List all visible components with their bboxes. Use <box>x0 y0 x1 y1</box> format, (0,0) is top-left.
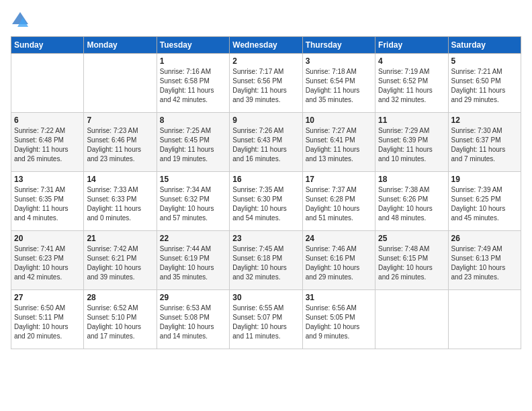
day-number: 14 <box>87 175 153 184</box>
day-info: Sunrise: 7:16 AM Sunset: 6:58 PM Dayligh… <box>160 67 226 105</box>
day-info: Sunrise: 7:25 AM Sunset: 6:45 PM Dayligh… <box>160 126 226 164</box>
col-tuesday: Tuesday <box>157 37 229 54</box>
day-info: Sunrise: 7:46 AM Sunset: 6:16 PM Dayligh… <box>306 244 372 282</box>
day-number: 2 <box>232 56 299 66</box>
calendar-cell: 6Sunrise: 7:22 AM Sunset: 6:48 PM Daylig… <box>11 113 84 172</box>
day-info: Sunrise: 7:23 AM Sunset: 6:46 PM Dayligh… <box>87 126 153 164</box>
calendar-cell: 31Sunrise: 6:56 AM Sunset: 5:05 PM Dayli… <box>302 290 375 349</box>
day-number: 10 <box>306 116 372 125</box>
day-info: Sunrise: 7:41 AM Sunset: 6:23 PM Dayligh… <box>14 244 81 282</box>
calendar-cell <box>11 54 84 113</box>
day-info: Sunrise: 6:56 AM Sunset: 5:05 PM Dayligh… <box>306 304 372 341</box>
day-number: 7 <box>87 116 153 125</box>
calendar-cell: 28Sunrise: 6:52 AM Sunset: 5:10 PM Dayli… <box>84 290 157 349</box>
day-info: Sunrise: 7:26 AM Sunset: 6:43 PM Dayligh… <box>232 126 299 164</box>
day-number: 26 <box>451 234 518 243</box>
page-header <box>11 11 521 30</box>
day-info: Sunrise: 7:44 AM Sunset: 6:19 PM Dayligh… <box>160 244 226 282</box>
calendar-cell: 18Sunrise: 7:38 AM Sunset: 6:26 PM Dayli… <box>375 172 448 231</box>
day-info: Sunrise: 7:33 AM Sunset: 6:33 PM Dayligh… <box>87 185 153 223</box>
calendar-cell: 2Sunrise: 7:17 AM Sunset: 6:56 PM Daylig… <box>230 54 302 113</box>
calendar-cell <box>84 54 157 113</box>
calendar-cell: 15Sunrise: 7:34 AM Sunset: 6:32 PM Dayli… <box>157 172 229 231</box>
calendar-cell: 27Sunrise: 6:50 AM Sunset: 5:11 PM Dayli… <box>11 290 84 349</box>
col-wednesday: Wednesday <box>230 37 302 54</box>
col-monday: Monday <box>84 37 157 54</box>
calendar-cell: 26Sunrise: 7:49 AM Sunset: 6:13 PM Dayli… <box>448 231 521 290</box>
day-number: 15 <box>160 175 226 184</box>
calendar-cell <box>448 290 521 349</box>
day-number: 16 <box>232 175 299 184</box>
day-info: Sunrise: 6:53 AM Sunset: 5:08 PM Dayligh… <box>160 304 226 341</box>
day-info: Sunrise: 7:45 AM Sunset: 6:18 PM Dayligh… <box>232 244 299 282</box>
calendar-header-row: Sunday Monday Tuesday Wednesday Thursday… <box>11 37 521 54</box>
day-number: 24 <box>306 234 372 243</box>
day-info: Sunrise: 7:27 AM Sunset: 6:41 PM Dayligh… <box>306 126 372 164</box>
calendar-cell: 19Sunrise: 7:39 AM Sunset: 6:25 PM Dayli… <box>448 172 521 231</box>
day-number: 6 <box>14 116 81 125</box>
calendar-row-4: 20Sunrise: 7:41 AM Sunset: 6:23 PM Dayli… <box>11 231 521 290</box>
calendar-cell: 30Sunrise: 6:55 AM Sunset: 5:07 PM Dayli… <box>230 290 302 349</box>
calendar-cell: 22Sunrise: 7:44 AM Sunset: 6:19 PM Dayli… <box>157 231 229 290</box>
day-info: Sunrise: 7:18 AM Sunset: 6:54 PM Dayligh… <box>306 67 372 105</box>
day-number: 31 <box>306 293 372 302</box>
day-number: 28 <box>87 293 153 302</box>
day-number: 8 <box>160 116 226 125</box>
day-number: 29 <box>160 293 226 302</box>
day-number: 23 <box>232 234 299 243</box>
day-info: Sunrise: 7:19 AM Sunset: 6:52 PM Dayligh… <box>378 67 445 105</box>
calendar-row-1: 1Sunrise: 7:16 AM Sunset: 6:58 PM Daylig… <box>11 54 521 113</box>
day-info: Sunrise: 7:39 AM Sunset: 6:25 PM Dayligh… <box>451 185 518 223</box>
col-saturday: Saturday <box>448 37 521 54</box>
calendar-cell: 12Sunrise: 7:30 AM Sunset: 6:37 PM Dayli… <box>448 113 521 172</box>
day-info: Sunrise: 7:17 AM Sunset: 6:56 PM Dayligh… <box>232 67 299 105</box>
day-number: 5 <box>451 56 518 66</box>
logo-icon <box>11 11 30 30</box>
day-info: Sunrise: 6:52 AM Sunset: 5:10 PM Dayligh… <box>87 304 153 341</box>
calendar-cell: 23Sunrise: 7:45 AM Sunset: 6:18 PM Dayli… <box>230 231 302 290</box>
day-number: 1 <box>160 56 226 66</box>
day-number: 9 <box>232 116 299 125</box>
day-number: 13 <box>14 175 81 184</box>
calendar-cell: 3Sunrise: 7:18 AM Sunset: 6:54 PM Daylig… <box>302 54 375 113</box>
calendar-table: Sunday Monday Tuesday Wednesday Thursday… <box>11 36 521 349</box>
calendar-row-2: 6Sunrise: 7:22 AM Sunset: 6:48 PM Daylig… <box>11 113 521 172</box>
day-info: Sunrise: 7:48 AM Sunset: 6:15 PM Dayligh… <box>378 244 445 282</box>
day-number: 21 <box>87 234 153 243</box>
day-number: 12 <box>451 116 518 125</box>
day-number: 25 <box>378 234 445 243</box>
calendar-row-3: 13Sunrise: 7:31 AM Sunset: 6:35 PM Dayli… <box>11 172 521 231</box>
calendar-cell: 1Sunrise: 7:16 AM Sunset: 6:58 PM Daylig… <box>157 54 229 113</box>
day-number: 18 <box>378 175 445 184</box>
calendar-cell: 11Sunrise: 7:29 AM Sunset: 6:39 PM Dayli… <box>375 113 448 172</box>
day-number: 20 <box>14 234 81 243</box>
logo <box>11 11 32 30</box>
day-info: Sunrise: 7:29 AM Sunset: 6:39 PM Dayligh… <box>378 126 445 164</box>
calendar-cell: 8Sunrise: 7:25 AM Sunset: 6:45 PM Daylig… <box>157 113 229 172</box>
calendar-cell: 21Sunrise: 7:42 AM Sunset: 6:21 PM Dayli… <box>84 231 157 290</box>
col-friday: Friday <box>375 37 448 54</box>
calendar-cell: 9Sunrise: 7:26 AM Sunset: 6:43 PM Daylig… <box>230 113 302 172</box>
col-thursday: Thursday <box>302 37 375 54</box>
day-info: Sunrise: 7:37 AM Sunset: 6:28 PM Dayligh… <box>306 185 372 223</box>
calendar-cell: 7Sunrise: 7:23 AM Sunset: 6:46 PM Daylig… <box>84 113 157 172</box>
calendar-cell: 25Sunrise: 7:48 AM Sunset: 6:15 PM Dayli… <box>375 231 448 290</box>
day-info: Sunrise: 7:34 AM Sunset: 6:32 PM Dayligh… <box>160 185 226 223</box>
calendar-cell: 20Sunrise: 7:41 AM Sunset: 6:23 PM Dayli… <box>11 231 84 290</box>
calendar-cell: 5Sunrise: 7:21 AM Sunset: 6:50 PM Daylig… <box>448 54 521 113</box>
day-info: Sunrise: 7:42 AM Sunset: 6:21 PM Dayligh… <box>87 244 153 282</box>
day-number: 27 <box>14 293 81 302</box>
day-number: 22 <box>160 234 226 243</box>
day-number: 19 <box>451 175 518 184</box>
day-info: Sunrise: 6:55 AM Sunset: 5:07 PM Dayligh… <box>232 304 299 341</box>
day-info: Sunrise: 7:38 AM Sunset: 6:26 PM Dayligh… <box>378 185 445 223</box>
day-number: 30 <box>232 293 299 302</box>
day-info: Sunrise: 7:49 AM Sunset: 6:13 PM Dayligh… <box>451 244 518 282</box>
calendar-cell <box>375 290 448 349</box>
calendar-cell: 24Sunrise: 7:46 AM Sunset: 6:16 PM Dayli… <box>302 231 375 290</box>
calendar-cell: 14Sunrise: 7:33 AM Sunset: 6:33 PM Dayli… <box>84 172 157 231</box>
day-info: Sunrise: 7:30 AM Sunset: 6:37 PM Dayligh… <box>451 126 518 164</box>
calendar-cell: 17Sunrise: 7:37 AM Sunset: 6:28 PM Dayli… <box>302 172 375 231</box>
calendar-cell: 16Sunrise: 7:35 AM Sunset: 6:30 PM Dayli… <box>230 172 302 231</box>
day-number: 17 <box>306 175 372 184</box>
